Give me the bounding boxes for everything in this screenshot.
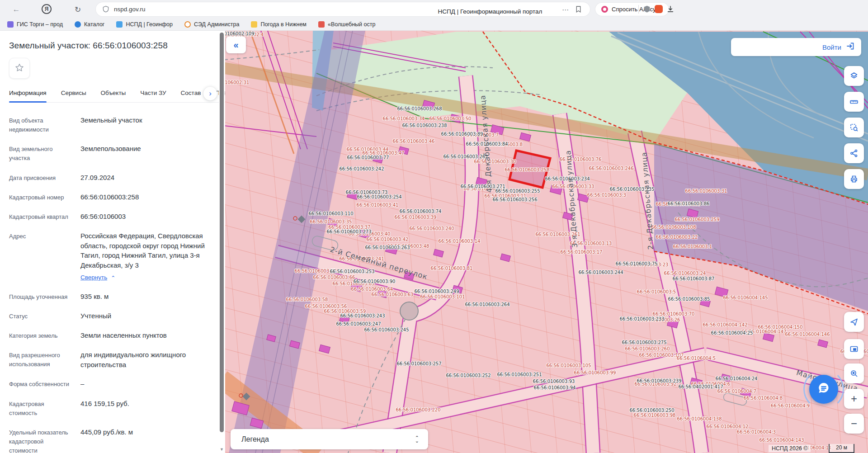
bookmark-label: Каталог: [84, 21, 104, 28]
tab-2[interactable]: Сервисы: [61, 86, 86, 102]
scale-bar: 20 м: [829, 444, 854, 453]
bookmark-item[interactable]: СЭД Администра: [184, 21, 239, 28]
field-value: 66:56:0106003:258: [80, 192, 210, 202]
shield-extension-icon[interactable]: [642, 4, 652, 14]
field-label: Площадь уточненная: [9, 292, 73, 302]
field-label: Вид разрешенного использования: [9, 350, 73, 370]
field-label: Кадастровая стоимость: [9, 399, 73, 418]
bookmark-item[interactable]: НСПД | Геоинфор: [116, 21, 173, 28]
bookmark-item[interactable]: «Волшебный остр: [318, 21, 375, 28]
tab-5[interactable]: Состав: [181, 86, 201, 102]
downloads-icon[interactable]: [665, 4, 675, 14]
field-row: Форма собственности–: [9, 379, 210, 389]
extension-icon[interactable]: [655, 5, 663, 13]
chevron-up-icon: ⌃: [111, 274, 115, 282]
toolbar-divider: [638, 5, 639, 14]
login-button[interactable]: Войти: [731, 38, 861, 56]
login-icon: [846, 42, 855, 52]
field-label: Дата присвоения: [9, 173, 73, 183]
star-icon: [14, 63, 24, 74]
field-label: Удельный показатель кадастровой стоимост…: [9, 427, 73, 453]
zoom-in-button[interactable]: +: [844, 389, 864, 409]
area-select-button[interactable]: [844, 118, 864, 137]
field-value: 416 159,15 руб.: [80, 399, 210, 409]
attributes-list: Вид объекта недвижимостиЗемельный участо…: [9, 115, 210, 453]
protect-shield-icon: [102, 5, 109, 14]
back-icon[interactable]: ←: [11, 4, 22, 15]
legend-bar[interactable]: Легенда ⌃⌄: [231, 429, 428, 449]
field-row: Вид объекта недвижимостиЗемельный участо…: [9, 115, 210, 134]
scrollbar-thumb[interactable]: [220, 33, 224, 432]
yandex-browser-icon[interactable]: Я: [42, 4, 52, 14]
url-text: nspd.gov.ru: [114, 6, 146, 13]
tab-4[interactable]: Части ЗУ: [140, 86, 166, 102]
field-value: Земельный участок: [80, 115, 210, 125]
field-label: Адрес: [9, 231, 73, 282]
chat-button[interactable]: [809, 375, 838, 404]
favorite-button[interactable]: [9, 58, 30, 79]
collapse-address-link[interactable]: Свернуть⌃: [80, 273, 210, 282]
panel-scrollbar[interactable]: ▼: [219, 31, 225, 453]
tab-3[interactable]: Объекты: [101, 86, 126, 102]
field-row: Кадастровый квартал66:56:0106003: [9, 212, 210, 222]
zoom-out-button[interactable]: −: [844, 414, 864, 434]
field-row: Категория земельЗемли населенных пунктов: [9, 330, 210, 340]
field-row: Кадастровая стоимость416 159,15 руб.: [9, 399, 210, 418]
more-menu-icon[interactable]: ⋯: [562, 6, 569, 14]
page-title: Земельный участок: 66:56:0106003:258: [9, 41, 210, 51]
field-value: 27.09.2024: [80, 173, 210, 183]
field-row: Вид земельного участкаЗемлепользование: [9, 144, 210, 163]
bookmark-favicon: [75, 21, 81, 28]
bookmark-flag-icon[interactable]: [575, 5, 582, 15]
field-label: Вид земельного участка: [9, 144, 73, 163]
field-row: АдресРоссийская Федерация, Свердловская …: [9, 231, 210, 282]
field-value: Землепользование: [80, 144, 210, 154]
bookmark-item[interactable]: Каталог: [75, 21, 104, 28]
reload-icon[interactable]: ↻: [72, 4, 83, 15]
address-bar[interactable]: nspd.gov.ru НСПД | Геоинформационный пор…: [96, 2, 590, 16]
tabs-next-button[interactable]: ›: [203, 87, 217, 100]
field-value: 935 кв. м: [80, 292, 210, 302]
bookmark-favicon: [251, 21, 257, 28]
map-attribution: НСПД 2026 ©: [769, 445, 811, 452]
field-value: –: [80, 379, 210, 389]
tab-1[interactable]: Информация: [9, 86, 47, 102]
bookmark-item[interactable]: Погода в Нижнем: [251, 21, 307, 28]
my-location-button[interactable]: [844, 312, 864, 332]
overview-map-button[interactable]: [844, 339, 864, 359]
print-button[interactable]: [844, 169, 864, 189]
bookmark-label: ГИС Торги – прод: [17, 21, 63, 28]
field-value: Земли населенных пунктов: [80, 330, 210, 340]
field-row: СтатусУчтенный: [9, 311, 210, 321]
share-button[interactable]: [844, 143, 864, 163]
field-value: 445,09 руб./кв. м: [80, 427, 210, 437]
map-canvas[interactable]: 66:56:0106002:466:56:0106002:3166:56:010…: [225, 31, 868, 453]
field-label: Форма собственности: [9, 379, 73, 389]
bookmarks-bar: ГИС Торги – продКаталогНСПД | ГеоинфорСЭ…: [0, 19, 868, 31]
panel-collapse-button[interactable]: «: [226, 36, 246, 53]
field-row: Удельный показатель кадастровой стоимост…: [9, 427, 210, 453]
legend-collapse-icon[interactable]: ⌃⌄: [415, 436, 419, 443]
bookmark-label: «Волшебный остр: [328, 21, 375, 28]
bookmark-label: СЭД Администра: [194, 21, 239, 28]
bookmark-favicon: [7, 21, 14, 28]
browser-window: ← Я ↻ nspd.gov.ru НСПД | Геоинформационн…: [0, 0, 868, 453]
bookmark-label: НСПД | Геоинфор: [126, 21, 173, 28]
search-on-map-button[interactable]: [844, 363, 864, 383]
measure-ruler-button[interactable]: [844, 92, 864, 112]
bookmark-item[interactable]: ГИС Торги – прод: [7, 21, 63, 28]
field-label: Вид объекта недвижимости: [9, 115, 73, 134]
layers-button[interactable]: [844, 66, 864, 86]
bookmark-label: Погода в Нижнем: [260, 21, 307, 28]
alice-icon: [601, 6, 608, 13]
panel-tabs: ИнформацияСервисыОбъектыЧасти ЗУСоставПр…: [9, 86, 225, 103]
scrollbar-down-arrow[interactable]: ▼: [220, 447, 224, 452]
field-row: Вид разрешенного использованиядля индиви…: [9, 350, 210, 370]
field-row: Площадь уточненная935 кв. м: [9, 292, 210, 302]
browser-toolbar: ← Я ↻ nspd.gov.ru НСПД | Геоинформационн…: [0, 0, 868, 19]
field-value: 66:56:0106003: [80, 212, 210, 222]
field-label: Категория земель: [9, 330, 73, 340]
field-row: Кадастровый номер66:56:0106003:258: [9, 192, 210, 202]
field-label: Кадастровый номер: [9, 192, 73, 202]
field-row: Дата присвоения27.09.2024: [9, 173, 210, 183]
